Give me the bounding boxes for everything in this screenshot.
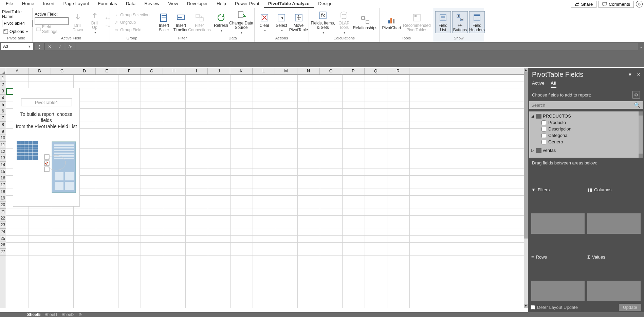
row-header[interactable]: 10 xyxy=(0,135,6,142)
row-header[interactable]: 9 xyxy=(0,128,6,135)
tab-developer[interactable]: Developer xyxy=(182,0,212,8)
column-header[interactable]: M xyxy=(275,68,297,74)
active-field-input[interactable] xyxy=(35,17,69,25)
table-ventas[interactable]: ▷ ventas xyxy=(531,147,641,154)
scroll-down-icon[interactable] xyxy=(639,154,643,158)
collapse-field-icon[interactable]: ⁻≡ xyxy=(105,23,110,29)
sheet-tab[interactable]: Sheet5 xyxy=(27,312,40,317)
filter-connections-button[interactable]: Filter Connections xyxy=(190,12,209,33)
refresh-button[interactable]: Refresh xyxy=(213,12,229,33)
worksheet[interactable]: ABCDEFGHIJKLMNOPQR 123456789101112131415… xyxy=(0,68,528,312)
expand-formula-bar-icon[interactable]: ⌄ xyxy=(638,45,644,49)
vertical-scrollbar[interactable]: ▲ ▼ xyxy=(524,68,528,308)
fields-list[interactable]: ◢ PRODUCTOS Producto Descripcion Categor… xyxy=(529,111,643,158)
row-header[interactable]: 17 xyxy=(0,182,6,189)
tab-power-pivot[interactable]: Power Pivot xyxy=(231,0,264,8)
row-header[interactable]: 27 xyxy=(0,249,6,256)
fx-icon[interactable]: fx xyxy=(65,43,75,50)
row-headers[interactable]: 1234567891011121314151617181920212223242… xyxy=(0,75,6,308)
row-header[interactable]: 13 xyxy=(0,155,6,162)
filters-drop-area[interactable] xyxy=(531,213,585,234)
row-header[interactable]: 15 xyxy=(0,169,6,175)
formula-input[interactable] xyxy=(75,43,638,50)
feedback-smiley-icon[interactable]: ☺ xyxy=(636,1,643,7)
row-header[interactable]: 18 xyxy=(0,189,6,195)
field-categoria-checkbox[interactable] xyxy=(541,133,546,138)
fields-search-input[interactable] xyxy=(531,103,634,108)
formula-dropdown-icon[interactable]: ⋮ xyxy=(35,43,45,50)
pivottable-name-input[interactable] xyxy=(2,20,33,27)
field-settings-button[interactable]: Field Settings xyxy=(35,25,69,33)
row-header[interactable]: 22 xyxy=(0,215,6,222)
defer-layout-checkbox[interactable]: Defer Layout Update xyxy=(531,305,578,310)
scrollbar-thumb[interactable] xyxy=(524,72,528,239)
column-header[interactable]: H xyxy=(163,68,185,74)
tab-page-layout[interactable]: Page Layout xyxy=(59,0,94,8)
field-genero[interactable]: Genero xyxy=(531,139,641,145)
field-producto-checkbox[interactable] xyxy=(541,120,546,125)
olap-tools-button[interactable]: OLAP Tools xyxy=(336,9,352,35)
column-header[interactable]: K xyxy=(230,68,253,74)
field-descripcion-checkbox[interactable] xyxy=(541,127,546,131)
new-sheet-icon[interactable]: ⊕ xyxy=(78,312,82,317)
tab-help[interactable]: Help xyxy=(212,0,231,8)
clear-button[interactable]: Clear xyxy=(257,12,272,33)
row-header[interactable]: 12 xyxy=(0,148,6,155)
tab-design[interactable]: Design xyxy=(314,0,337,8)
group-selection-button[interactable]: →Group Selection xyxy=(112,11,151,19)
pane-dropdown-icon[interactable]: ▼ xyxy=(628,72,632,77)
enter-formula-icon[interactable]: ✓ xyxy=(55,43,65,50)
column-header[interactable]: B xyxy=(29,68,51,74)
fields-search-box[interactable]: 🔍 xyxy=(529,101,643,109)
sheet-tab[interactable]: Sheet1 xyxy=(44,312,57,317)
column-header[interactable]: F xyxy=(118,68,141,74)
row-header[interactable]: 14 xyxy=(0,162,6,169)
tab-insert[interactable]: Insert xyxy=(39,0,59,8)
ungroup-button[interactable]: ⤢Ungroup xyxy=(112,19,151,26)
table-productos[interactable]: ◢ PRODUCTOS xyxy=(531,113,641,119)
drill-down-button[interactable]: Drill Down xyxy=(70,12,86,33)
column-header[interactable]: Q xyxy=(365,68,387,74)
move-pivottable-button[interactable]: Move PivotTable xyxy=(291,12,307,33)
comments-button[interactable]: Comments xyxy=(599,1,634,8)
name-box[interactable]: A3 ▼ xyxy=(1,43,33,50)
column-header[interactable]: I xyxy=(185,68,208,74)
expand-field-icon[interactable]: ⁺≡ xyxy=(105,16,110,22)
column-header[interactable]: P xyxy=(342,68,365,74)
collapse-icon[interactable]: ◢ xyxy=(531,114,535,118)
pane-close-icon[interactable]: ✕ xyxy=(637,72,641,77)
row-header[interactable]: 7 xyxy=(0,115,6,122)
field-descripcion[interactable]: Descripcion xyxy=(531,126,641,132)
row-header[interactable]: 3 xyxy=(0,88,6,95)
column-header[interactable]: G xyxy=(141,68,163,74)
field-producto[interactable]: Producto xyxy=(531,119,641,126)
row-header[interactable]: 21 xyxy=(0,209,6,215)
row-header[interactable]: 11 xyxy=(0,142,6,148)
row-header[interactable]: 6 xyxy=(0,108,6,115)
pane-tab-active[interactable]: Active xyxy=(532,81,545,88)
sheet-tab[interactable]: Sheet2 xyxy=(61,312,74,317)
tab-pivottable-analyze[interactable]: PivotTable Analyze xyxy=(264,0,314,8)
row-header[interactable]: 4 xyxy=(0,95,6,102)
row-header[interactable]: 8 xyxy=(0,122,6,128)
row-header[interactable]: 24 xyxy=(0,229,6,235)
column-headers[interactable]: ABCDEFGHIJKLMNOPQR xyxy=(6,68,524,75)
tab-view[interactable]: View xyxy=(164,0,182,8)
column-header[interactable]: N xyxy=(297,68,320,74)
pane-tab-all[interactable]: All xyxy=(551,81,556,88)
row-header[interactable]: 25 xyxy=(0,235,6,242)
scroll-up-icon[interactable] xyxy=(639,111,643,116)
select-all-button[interactable] xyxy=(0,68,6,75)
plus-minus-buttons-button[interactable]: +− +/- Buttons xyxy=(452,11,468,33)
update-button[interactable]: Update xyxy=(619,304,641,311)
column-header[interactable]: R xyxy=(387,68,409,74)
drill-up-button[interactable]: Drill Up xyxy=(87,9,103,35)
grid[interactable]: PivotTable4 To build a report, choose fi… xyxy=(6,75,524,308)
expand-icon[interactable]: ▷ xyxy=(531,148,535,152)
column-header[interactable]: D xyxy=(73,68,96,74)
insert-timeline-button[interactable]: Insert Timeline xyxy=(173,12,189,33)
row-header[interactable]: 20 xyxy=(0,202,6,209)
rows-drop-area[interactable] xyxy=(531,281,585,301)
tab-home[interactable]: Home xyxy=(18,0,39,8)
column-header[interactable]: L xyxy=(253,68,275,74)
